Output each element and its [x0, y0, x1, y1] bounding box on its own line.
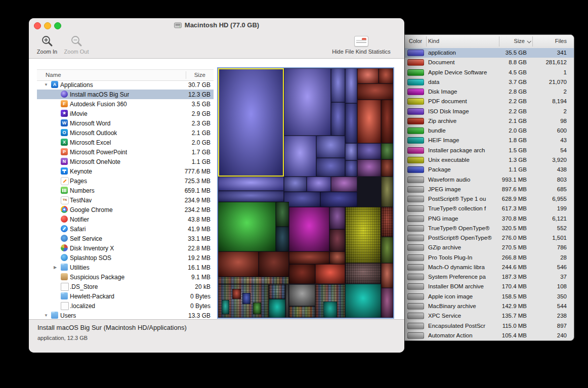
treemap-cell[interactable]: [381, 143, 393, 159]
list-item-ds-store[interactable]: .DS_Store20 kB: [37, 282, 214, 291]
disclosure-closed-icon[interactable]: ▶: [52, 265, 58, 270]
treemap-cell[interactable]: [218, 177, 284, 190]
treemap-cell[interactable]: [379, 68, 393, 83]
file-kind-row-macbinary-archive[interactable]: MacBinary archive142.9 MB544: [405, 301, 574, 311]
treemap-cell[interactable]: [345, 207, 381, 263]
list-item-microsoft-outlook[interactable]: OMicrosoft Outlook2.1 GB: [37, 128, 214, 138]
list-item-disk-inventory-x[interactable]: Disk Inventory X22.8 MB: [37, 243, 214, 253]
list-item-numbers[interactable]: Numbers659.1 MB: [37, 186, 214, 195]
treemap-cell[interactable]: [307, 177, 331, 192]
file-kind-row-installer-bom-archive[interactable]: Installer BOM archive170.4 MB108: [405, 282, 574, 291]
file-kind-row-gzip-archive[interactable]: GZip archive270.5 MB786: [405, 243, 574, 252]
file-kind-row-xpc-service[interactable]: XPC Service135.7 MB238: [405, 311, 574, 321]
treemap-cell[interactable]: [329, 251, 345, 264]
list-item-notifier[interactable]: Notifier43.8 MB: [37, 214, 214, 224]
list-item-safari[interactable]: Safari41.9 MB: [37, 224, 214, 234]
treemap-cell[interactable]: [218, 202, 276, 252]
treemap-cell[interactable]: [381, 177, 393, 206]
treemap-cell[interactable]: [259, 251, 289, 276]
treemap-cell[interactable]: [381, 288, 393, 318]
file-kind-row-pdf-document[interactable]: PDF document2.2 GB8,194: [405, 97, 574, 106]
zoom-out-button[interactable]: Zoom Out: [62, 34, 91, 55]
treemap-cell[interactable]: [284, 136, 316, 177]
file-kind-row-bundle[interactable]: bundle2.0 GB600: [405, 126, 574, 136]
treemap-cell[interactable]: [329, 229, 345, 251]
treemap-cell[interactable]: [232, 289, 241, 299]
treemap-cell[interactable]: [345, 284, 381, 318]
treemap-cell[interactable]: [284, 177, 307, 192]
list-item-microsoft-onenote[interactable]: NMicrosoft OneNote1.1 GB: [37, 157, 214, 166]
file-kind-row-data[interactable]: data3.7 GB21,070: [405, 77, 574, 87]
list-item-autodesk-fusion-360[interactable]: FAutodesk Fusion 3603.5 GB: [37, 99, 214, 109]
file-kind-row-installer-package-arch[interactable]: Installer package arch1.5 GB54: [405, 146, 574, 155]
list-item-localized[interactable]: .localized0 Bytes: [37, 301, 214, 311]
treemap-cell[interactable]: [320, 192, 357, 207]
list-col-name[interactable]: Name: [46, 72, 61, 78]
treemap-cell[interactable]: [269, 284, 285, 299]
treemap-cell[interactable]: [315, 264, 345, 284]
file-kind-row-application[interactable]: application35.5 GB341: [405, 48, 574, 58]
list-item-testnav[interactable]: TNTestNav234.9 MB: [37, 195, 214, 205]
treemap-cell[interactable]: [218, 277, 289, 285]
file-kind-row-mach-o-dynamic-libra[interactable]: Mach-O dynamic libra244.6 MB546: [405, 263, 574, 272]
titlebar[interactable]: Macintosh HD (77.0 GB): [29, 18, 404, 32]
drawer-col-color[interactable]: Color: [409, 38, 422, 44]
list-item-utilities[interactable]: ▶Utilities16.1 MB: [37, 263, 214, 272]
file-kind-row-unix-executable[interactable]: Unix executable1.3 GB3,920: [405, 155, 574, 165]
file-kind-row-iso-disk-image[interactable]: ISO Disk Image2.2 GB2: [405, 107, 574, 116]
list-item-install-macos-big-sur[interactable]: Install macOS Big Sur12.3 GB: [37, 90, 214, 99]
disclosure-open-icon[interactable]: ▼: [43, 313, 49, 318]
treemap-cell[interactable]: [289, 207, 329, 252]
file-kind-row-truetype-collection-f[interactable]: TrueType® collection f617.3 MB199: [405, 204, 574, 213]
treemap-cell[interactable]: [285, 284, 289, 318]
file-kind-row-png-image[interactable]: PNG image370.8 MB6,121: [405, 214, 574, 224]
list-item-applications[interactable]: ▼AApplications30.7 GB: [37, 80, 214, 90]
list-item-splashtop-sos[interactable]: Splashtop SOS19.2 MB: [37, 253, 214, 263]
list-item-keynote[interactable]: Keynote777.6 MB: [37, 166, 214, 176]
treemap-cell[interactable]: [381, 207, 393, 237]
treemap-cell[interactable]: [357, 83, 393, 100]
list-item-users[interactable]: ▼Users13.3 GB: [37, 311, 214, 320]
disclosure-open-icon[interactable]: ▼: [43, 82, 49, 87]
file-kind-row-waveform-audio[interactable]: Waveform audio993.1 MB803: [405, 175, 574, 185]
treemap-cell[interactable]: [345, 68, 357, 103]
file-kind-row-apple-device-software[interactable]: Apple Device Software4.5 GB1: [405, 68, 574, 77]
list-item-microsoft-excel[interactable]: XMicrosoft Excel2.0 GB: [37, 138, 214, 147]
drawer-col-files[interactable]: Files: [555, 38, 567, 44]
treemap-cell[interactable]: [357, 68, 379, 83]
list-item-imovie[interactable]: ★iMovie2.9 GB: [37, 109, 214, 118]
treemap-cell[interactable]: [331, 102, 345, 136]
treemap-cell[interactable]: [284, 192, 321, 207]
file-kind-row-system-preference-pa[interactable]: System Preference pa187.3 MB37: [405, 272, 574, 282]
treemap-cell[interactable]: [289, 264, 315, 284]
treemap-cell[interactable]: [222, 300, 230, 314]
treemap-cell[interactable]: [242, 293, 250, 304]
treemap-cell[interactable]: [357, 100, 381, 143]
treemap-cell[interactable]: [289, 251, 329, 264]
list-item-microsoft-word[interactable]: WMicrosoft Word2.3 GB: [37, 118, 214, 128]
treemap-cell-selected[interactable]: [218, 68, 284, 177]
file-kind-row-apple-icon-image[interactable]: Apple icon image158.5 MB350: [405, 292, 574, 301]
file-kind-row-postscript-opentype[interactable]: PostScript® OpenType®276.0 MB1,501: [405, 233, 574, 243]
treemap-cell[interactable]: [276, 227, 289, 251]
treemap-cell[interactable]: [316, 158, 345, 177]
treemap-cell[interactable]: [269, 299, 285, 318]
file-kind-row-heif-image[interactable]: HEIF Image1.8 GB43: [405, 136, 574, 145]
treemap-cell[interactable]: [381, 237, 393, 263]
drawer-col-kind[interactable]: Kind: [428, 38, 439, 44]
treemap-cell[interactable]: [289, 306, 315, 318]
file-kind-row-postscript-type-1-ou[interactable]: PostScript® Type 1 ou628.9 MB6,955: [405, 194, 574, 204]
treemap-cell[interactable]: [357, 159, 381, 177]
hide-file-kind-statistics-button[interactable]: Hide File Kind Statistics: [323, 34, 399, 55]
file-kind-row-truetype-opentype[interactable]: TrueType® OpenType®320.5 MB552: [405, 224, 574, 233]
treemap-cell[interactable]: [316, 136, 345, 158]
treemap-cell[interactable]: [323, 301, 338, 318]
treemap-cell[interactable]: [345, 143, 357, 161]
treemap-cell[interactable]: [276, 202, 289, 227]
file-kind-row-automator-action[interactable]: Automator Action105.4 MB240: [405, 331, 574, 340]
treemap-cell[interactable]: [253, 303, 261, 314]
list-item-microsoft-powerpoint[interactable]: PMicrosoft PowerPoint1.7 GB: [37, 147, 214, 157]
treemap-cell[interactable]: [331, 177, 357, 192]
list-item-google-chrome[interactable]: Google Chrome234.2 MB: [37, 205, 214, 214]
drawer-col-size[interactable]: Size: [514, 38, 530, 44]
